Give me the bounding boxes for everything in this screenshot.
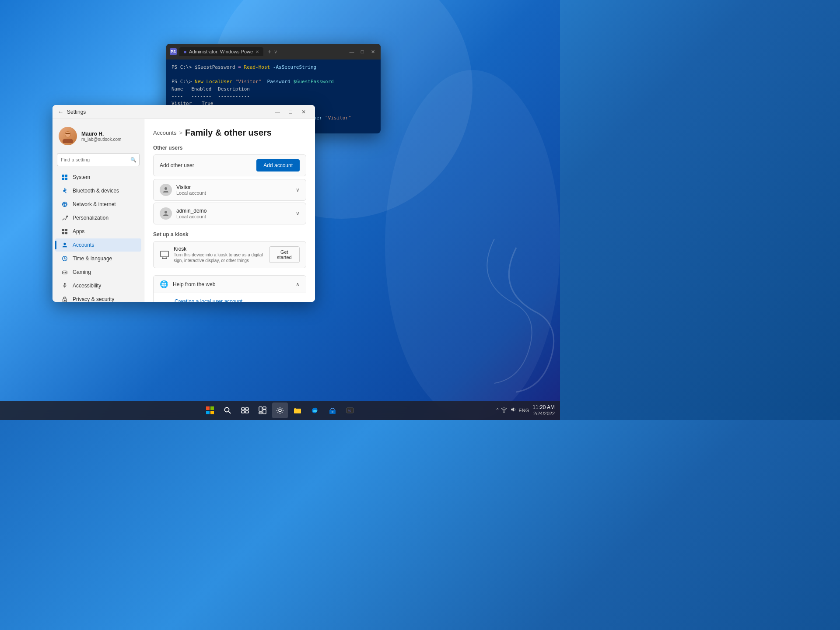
apps-icon: [61, 228, 68, 235]
terminal-tab[interactable]: ■ Administrator: Windows Powe ✕: [179, 47, 263, 56]
settings-minimize-button[interactable]: —: [271, 106, 284, 118]
taskbar-language[interactable]: ENG: [518, 408, 529, 413]
svg-point-51: [504, 412, 504, 413]
sidebar-item-personalization[interactable]: Personalization: [55, 211, 141, 224]
taskbar-widgets-button[interactable]: [255, 402, 270, 418]
sidebar-item-apps[interactable]: Apps: [55, 225, 141, 238]
sidebar-item-label-system: System: [73, 174, 90, 180]
terminal-string-1: "Visitor": [235, 79, 262, 84]
svg-rect-42: [263, 407, 266, 409]
taskbar-taskview-button[interactable]: [237, 402, 253, 418]
svg-rect-13: [65, 232, 67, 234]
breadcrumb-parent[interactable]: Accounts: [153, 130, 176, 136]
terminal-minimize-button[interactable]: —: [347, 47, 356, 56]
terminal-window-controls: — □ ✕: [347, 47, 377, 56]
svg-rect-1: [63, 139, 73, 143]
sidebar-item-label-privacy: Privacy & security: [73, 296, 114, 302]
svg-rect-43: [259, 412, 262, 414]
breadcrumb-current: Family & other users: [185, 128, 272, 138]
user-row-admin-name: admin_demo: [176, 208, 206, 214]
kiosk-title: Set up a kiosk: [153, 231, 306, 238]
svg-rect-36: [242, 408, 245, 410]
kiosk-left: Kiosk Turn this device into a kiosk to u…: [160, 246, 269, 263]
nav-item-wrapper-network: Network & internet: [52, 198, 144, 211]
svg-rect-40: [259, 407, 262, 411]
user-row-visitor-left: Visitor Local account: [160, 184, 206, 196]
sidebar-item-label-time: Time & language: [73, 256, 112, 262]
help-header-left: 🌐 Help from the web: [160, 280, 215, 288]
svg-point-24: [164, 187, 167, 190]
sidebar-item-time[interactable]: Time & language: [55, 252, 141, 265]
taskbar-store-app[interactable]: ⊞: [325, 402, 340, 418]
sidebar-item-label-accounts: Accounts: [73, 242, 94, 248]
taskbar-edge-app[interactable]: [307, 402, 323, 418]
sidebar-item-network[interactable]: Network & internet: [55, 198, 141, 211]
taskbar-search-button[interactable]: [220, 402, 235, 418]
user-row-visitor-type: Local account: [176, 190, 206, 196]
help-globe-icon: 🌐: [160, 280, 168, 288]
svg-rect-32: [206, 411, 210, 414]
accounts-icon: [61, 242, 68, 248]
terminal-line-1: PS C:\> $GuestPassword = Read-Host -AsSe…: [172, 64, 375, 71]
taskbar-tray-icons: ^ ENG: [497, 406, 529, 414]
taskbar-volume-icon[interactable]: [510, 406, 516, 414]
sidebar-item-privacy[interactable]: Privacy & security: [55, 293, 141, 302]
nav-item-wrapper-gaming: Gaming: [52, 266, 144, 279]
svg-point-23: [64, 300, 66, 301]
svg-point-9: [66, 216, 68, 217]
avatar[interactable]: [59, 127, 77, 145]
sidebar-item-accessibility[interactable]: Accessibility: [55, 279, 141, 292]
sidebar-item-system[interactable]: System: [55, 171, 141, 184]
terminal-blank-1: [172, 71, 375, 79]
start-button[interactable]: [202, 402, 218, 418]
add-account-button[interactable]: Add account: [256, 159, 300, 172]
taskbar-clock[interactable]: 11:20 AM 2/24/2022: [532, 404, 555, 416]
svg-text:⊞: ⊞: [332, 410, 333, 413]
terminal-string-3: "Visitor": [325, 115, 351, 121]
other-users-title: Other users: [153, 145, 306, 151]
taskbar-terminal-app[interactable]: PS: [342, 402, 358, 418]
help-header[interactable]: 🌐 Help from the web ∧: [154, 276, 306, 293]
nav-item-wrapper-system: System: [52, 171, 144, 184]
sidebar-item-gaming[interactable]: Gaming: [55, 266, 141, 279]
settings-back-button[interactable]: ←: [58, 108, 63, 115]
svg-rect-39: [245, 411, 248, 413]
taskbar: ⊞ PS ^: [0, 401, 560, 420]
help-link-create-account[interactable]: Creating a local user account: [175, 297, 300, 302]
taskbar-explorer-app[interactable]: [290, 402, 305, 418]
breadcrumb-separator: >: [179, 130, 182, 136]
terminal-dropdown-button[interactable]: ∨: [274, 49, 277, 55]
help-section: 🌐 Help from the web ∧ Creating a local u…: [153, 275, 306, 302]
terminal-tab-close-icon[interactable]: ✕: [256, 49, 259, 54]
terminal-prompt-2: PS C:\>: [172, 79, 192, 84]
sidebar-item-label-accessibility: Accessibility: [73, 283, 101, 289]
get-started-button[interactable]: Get started: [269, 246, 300, 263]
settings-close-button[interactable]: ✕: [298, 106, 310, 118]
svg-rect-12: [62, 232, 64, 234]
sidebar-item-accounts[interactable]: Accounts: [55, 238, 141, 252]
taskbar-settings-app[interactable]: [272, 402, 288, 418]
sidebar-item-bluetooth[interactable]: Bluetooth & devices: [55, 184, 141, 197]
user-row-visitor[interactable]: Visitor Local account ∨: [153, 179, 306, 201]
taskbar-time: 11:20 AM: [532, 404, 555, 410]
settings-maximize-button[interactable]: □: [284, 106, 297, 118]
terminal-new-tab-button[interactable]: +: [268, 48, 271, 55]
taskbar-tray-chevron[interactable]: ^: [497, 408, 499, 413]
settings-window: ← Settings — □ ✕ Mauro H.: [52, 105, 315, 302]
terminal-maximize-button[interactable]: □: [358, 47, 367, 56]
svg-rect-5: [62, 178, 64, 180]
personalization-icon: [61, 214, 68, 221]
user-row-admin[interactable]: admin_demo Local account ∨: [153, 203, 306, 224]
terminal-header-row: Name Enabled Description: [172, 86, 375, 93]
svg-line-35: [229, 412, 231, 414]
svg-rect-46: [294, 409, 297, 410]
taskbar-network-icon[interactable]: [501, 406, 507, 414]
nav-item-wrapper-time: Time & language: [52, 252, 144, 265]
terminal-close-button[interactable]: ✕: [368, 47, 377, 56]
svg-rect-11: [65, 229, 67, 231]
svg-point-34: [225, 408, 229, 412]
user-row-admin-type: Local account: [176, 214, 206, 219]
nav-item-wrapper-accounts: Accounts: [52, 238, 144, 252]
search-input[interactable]: [57, 153, 140, 166]
terminal-tab-title: Administrator: Windows Powe: [189, 49, 253, 54]
